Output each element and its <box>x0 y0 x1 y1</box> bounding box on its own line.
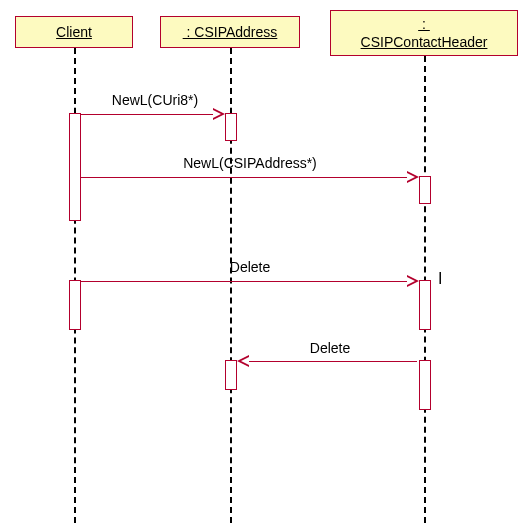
activation-client-1 <box>69 113 81 221</box>
participant-csipaddress: : CSIPAddress <box>160 16 300 48</box>
message-4-label: Delete <box>280 340 380 356</box>
participant-client: Client <box>15 16 133 48</box>
message-4-line <box>239 361 417 362</box>
activation-client-2 <box>69 280 81 330</box>
message-3-arrow <box>407 275 419 287</box>
message-1-line <box>81 114 223 115</box>
activation-csipcontactheader-2 <box>419 280 431 330</box>
participant-csipcontactheader: : CSIPContactHeader <box>330 10 518 56</box>
message-3-line <box>81 281 417 282</box>
message-2-label: NewL(CSIPAddress*) <box>150 155 350 171</box>
sequence-diagram: Client : CSIPAddress : CSIPContactHeader… <box>0 0 526 530</box>
participant-csipcontactheader-label: : CSIPContactHeader <box>361 16 488 50</box>
message-1-label: NewL(CUri8*) <box>90 92 220 108</box>
participant-client-label: Client <box>56 24 92 40</box>
activation-csipcontactheader-1 <box>419 176 431 204</box>
message-2-arrow <box>407 171 419 183</box>
activation-csipaddress-2 <box>225 360 237 390</box>
activation-csipaddress-1 <box>225 113 237 141</box>
message-4-arrow <box>237 355 249 367</box>
message-1-arrow <box>213 108 225 120</box>
cursor-icon: I <box>438 270 442 288</box>
participant-csipaddress-label: : CSIPAddress <box>183 24 278 40</box>
activation-csipcontactheader-3 <box>419 360 431 410</box>
message-2-line <box>81 177 417 178</box>
message-3-label: Delete <box>200 259 300 275</box>
